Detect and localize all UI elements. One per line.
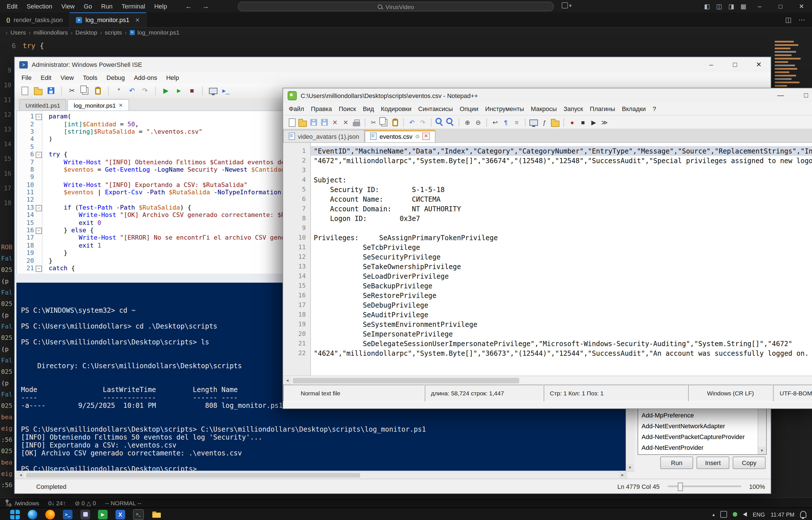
maximize-button[interactable]: □ <box>723 57 747 72</box>
more-actions-icon[interactable]: ⋯ <box>799 16 805 24</box>
save-all-icon[interactable] <box>320 118 328 127</box>
encoding-status[interactable]: UTF-8-BOM <box>773 385 812 401</box>
volume-icon[interactable] <box>743 512 747 517</box>
breadcrumb-item[interactable]: log_monitor.ps1 <box>137 29 179 36</box>
fold-collapse-icon[interactable]: – <box>36 228 42 234</box>
new-script-icon[interactable] <box>20 86 29 95</box>
breadcrumb-item[interactable]: scripts <box>105 29 122 36</box>
insert-button[interactable]: Insert <box>697 457 729 469</box>
command-list-item[interactable]: Add-NetEventNetworkAdapter <box>638 421 758 432</box>
menu-item-help[interactable]: Help <box>150 3 171 10</box>
menu-item-run[interactable]: Run <box>97 3 117 10</box>
menu-item[interactable]: Макросы <box>527 105 560 112</box>
menu-item[interactable]: Кодировки <box>377 105 415 112</box>
problems-status[interactable]: ⊘ 0 △ 0 <box>75 500 96 506</box>
menu-item-terminal[interactable]: Terminal <box>117 3 150 10</box>
command-list-item[interactable]: Add-MpPreference <box>638 410 758 421</box>
show-all-characters-icon[interactable]: ¶ <box>502 118 510 127</box>
command-list-item[interactable]: Add-NetEventPacketCaptureProvider <box>638 432 758 442</box>
folder-taskbar-icon[interactable] <box>152 510 161 519</box>
fold-collapse-icon[interactable]: – <box>36 205 42 211</box>
minimize-button[interactable]: — <box>768 88 793 103</box>
run-selection-icon[interactable]: ▶ <box>174 86 184 95</box>
copy-button[interactable]: Copy <box>733 457 765 469</box>
tray-status-icon[interactable] <box>733 512 737 517</box>
start-powershell-exe-icon[interactable]: ▸_ <box>221 86 231 95</box>
breadcrumb-item[interactable]: Desktop <box>75 29 97 36</box>
menu-item[interactable]: Инструменты <box>482 105 527 112</box>
editor-tab[interactable]: >log_monitor.ps1✕ <box>70 12 147 27</box>
menu-item[interactable]: Файл <box>286 105 307 112</box>
close-button[interactable]: ✕ <box>747 57 771 72</box>
powershell-taskbar-icon[interactable] <box>63 510 73 519</box>
paste-icon[interactable] <box>93 86 103 95</box>
search-input[interactable]: VirusVideo <box>238 2 554 11</box>
menu-item-selection[interactable]: Selection <box>22 3 57 10</box>
close-tab-icon[interactable]: ✕ <box>135 17 140 23</box>
fold-collapse-icon[interactable]: – <box>36 266 42 272</box>
layout-toggle-icon-4[interactable]: ▦ <box>740 3 746 10</box>
hidden-icons-chevron[interactable]: ▴ <box>713 512 715 517</box>
command-list-item[interactable]: Add-NetEventProvider <box>638 442 758 453</box>
zoom-in-icon[interactable]: ⊕ <box>463 118 472 127</box>
close-tab-icon[interactable]: ✕ <box>423 133 430 140</box>
split-editor-icon[interactable]: ◫ <box>785 16 792 24</box>
run-script-icon[interactable]: ▶ <box>161 86 170 95</box>
pin-tab-icon[interactable]: ⊙ <box>415 133 419 139</box>
folder-as-workspace-icon[interactable] <box>551 118 560 127</box>
menu-item-edit[interactable]: Edit <box>2 3 22 10</box>
close-button[interactable]: ✕ <box>791 0 812 12</box>
cut-icon[interactable]: ✂ <box>67 86 77 95</box>
menu-item[interactable]: Синтаксисы <box>415 105 456 112</box>
minimize-button[interactable]: – <box>699 57 723 72</box>
app-dark-taskbar-icon[interactable] <box>80 510 90 519</box>
play-macro-icon[interactable]: ▶ <box>590 118 598 127</box>
ise-titlebar[interactable]: > Administrator: Windows PowerShell ISE … <box>15 57 771 72</box>
redo-icon[interactable]: ↷ <box>418 118 427 127</box>
nav-back-icon[interactable]: ← <box>185 2 192 10</box>
text-editor-area[interactable]: 1"EventID","MachineName","Data","Index",… <box>283 142 812 376</box>
menu-item-view[interactable]: View <box>56 74 78 81</box>
clock[interactable]: 11:47 PM <box>771 511 794 517</box>
menu-item[interactable]: Поиск <box>335 105 359 112</box>
function-list-icon[interactable]: ƒ <box>540 118 549 127</box>
menu-item-add-ons[interactable]: Add-ons <box>129 74 162 81</box>
breadcrumb-item[interactable]: milliondollars <box>33 29 67 36</box>
layout-toggle-icon-1[interactable]: ◧ <box>704 3 710 10</box>
menu-item[interactable]: Правка <box>307 105 335 112</box>
eol-status[interactable]: Windows (CR LF) <box>688 385 773 401</box>
git-branch-label[interactable]: /windows <box>15 500 39 506</box>
clear-console-icon[interactable]: * <box>114 86 124 95</box>
menu-item-edit[interactable]: Edit <box>36 74 56 81</box>
script-tab[interactable]: log_monitor.ps1✕ <box>67 99 129 110</box>
close-icon[interactable]: ✕ <box>331 118 339 127</box>
paste-icon[interactable] <box>391 118 399 127</box>
editor-tab[interactable]: {}render_tasks.json <box>0 12 70 27</box>
app-green-taskbar-icon[interactable] <box>98 510 108 519</box>
git-sync-status[interactable]: 0↓ 24↑ <box>48 500 66 506</box>
layout-toggle-icon-2[interactable]: ◫ <box>716 3 722 10</box>
print-icon[interactable] <box>352 118 361 127</box>
menu-item[interactable]: Вид <box>359 105 377 112</box>
save-icon[interactable] <box>309 118 318 127</box>
tray-app-icon[interactable] <box>721 511 727 518</box>
menu-item-go[interactable]: Go <box>79 3 97 10</box>
new-remote-powershell-tab-icon[interactable] <box>208 86 217 95</box>
browser-taskbar-icon[interactable] <box>45 510 55 519</box>
nav-forward-icon[interactable]: → <box>202 2 209 10</box>
terminal-taskbar-icon[interactable] <box>133 509 144 520</box>
menu-item-tools[interactable]: Tools <box>78 74 102 81</box>
zoom-slider[interactable] <box>668 486 741 487</box>
menu-item-view[interactable]: View <box>57 3 79 10</box>
maximize-button[interactable]: □ <box>793 88 812 103</box>
record-macro-icon[interactable]: ● <box>568 118 576 127</box>
language-indicator[interactable]: ENG <box>753 511 765 517</box>
indent-guide-icon[interactable]: ≡ <box>512 118 521 127</box>
open-file-icon[interactable] <box>298 118 307 127</box>
copy-icon[interactable] <box>380 118 388 127</box>
menu-item[interactable]: Вкладки <box>619 105 649 112</box>
document-map-icon[interactable] <box>530 118 538 127</box>
notepadpp-titlebar[interactable]: C:\Users\milliondollars\Desktop\scripts\… <box>283 88 812 103</box>
fold-collapse-icon[interactable]: – <box>36 152 42 158</box>
menu-item[interactable]: Плагины <box>586 105 618 112</box>
